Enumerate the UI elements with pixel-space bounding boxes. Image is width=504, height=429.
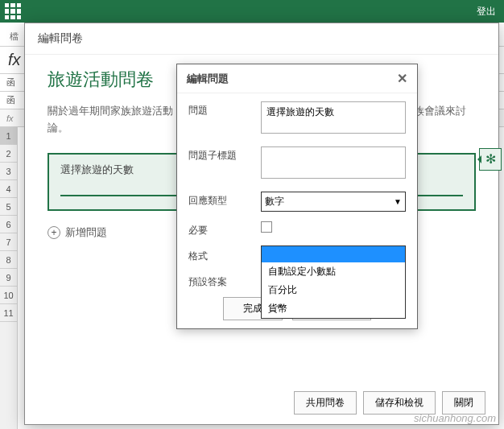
edit-question-title: 編輯問題 — [187, 72, 229, 86]
row-header[interactable]: 1 — [0, 127, 17, 145]
edit-survey-modal: 編輯問卷 旅遊活動問卷 關於過年期間家族旅遊活動，請大家選擇適當的可以配合的行程… — [24, 23, 499, 425]
logout-link[interactable]: 登出 — [477, 5, 499, 19]
row-header[interactable]: 9 — [0, 269, 17, 287]
survey-modal-title: 編輯問卷 — [25, 23, 498, 55]
ribbon-tab[interactable]: 檔 — [5, 27, 23, 46]
add-question-label: 新增問題 — [65, 225, 107, 240]
field-label-required: 必要 — [188, 221, 261, 237]
row-header[interactable]: 6 — [0, 216, 17, 233]
row-header[interactable]: 3 — [0, 163, 17, 180]
share-survey-button[interactable]: 共用問卷 — [294, 391, 357, 415]
row-header[interactable]: 2 — [0, 145, 17, 163]
question-text-input[interactable] — [261, 101, 406, 134]
survey-footer: 共用問卷 儲存和檢視 關閉 — [294, 391, 485, 415]
close-button[interactable]: 關閉 — [442, 391, 485, 415]
apps-launcher-icon[interactable] — [5, 3, 21, 19]
field-label-question: 問題 — [188, 101, 261, 118]
app-top-bar: 登出 — [0, 0, 504, 23]
required-checkbox[interactable] — [261, 221, 272, 233]
response-type-select[interactable]: 數字▼ — [261, 192, 406, 212]
row-header[interactable]: 5 — [0, 198, 17, 216]
format-dropdown-selected-row[interactable] — [262, 246, 405, 262]
format-option[interactable]: 自動設定小數點 — [262, 262, 405, 281]
row-header[interactable]: 8 — [0, 251, 17, 269]
edit-question-header: 編輯問題 ✕ — [177, 64, 417, 93]
row-header[interactable]: 4 — [0, 180, 17, 198]
field-label-default: 預設答案 — [188, 273, 261, 289]
response-type-value: 數字 — [265, 195, 284, 208]
row-header[interactable]: 11 — [0, 304, 17, 322]
plus-icon: + — [48, 226, 60, 239]
edit-question-modal: 編輯問題 ✕ 問題 問題子標題 回應類型 數字▼ 必要 — [176, 64, 418, 329]
func-label2: 函 — [6, 94, 15, 106]
format-option[interactable]: 貨幣 — [262, 299, 405, 318]
field-label-subtitle: 問題子標題 — [188, 146, 261, 163]
fx-symbol: fx — [6, 113, 14, 123]
close-icon[interactable]: ✕ — [397, 71, 407, 86]
row-header[interactable]: 10 — [0, 287, 17, 304]
gear-icon[interactable]: ✻ — [479, 148, 502, 171]
func-label: 函 — [6, 76, 15, 89]
field-label-format: 格式 — [188, 247, 261, 263]
field-label-response-type: 回應類型 — [188, 192, 261, 208]
save-view-button[interactable]: 儲存和檢視 — [363, 391, 436, 415]
format-dropdown-list: 自動設定小數點 百分比 貨幣 — [261, 245, 406, 319]
format-option[interactable]: 百分比 — [262, 281, 405, 299]
chevron-down-icon: ▼ — [394, 197, 402, 206]
row-headers: 1 2 3 4 5 6 7 8 9 10 11 — [0, 127, 18, 429]
row-header[interactable]: 7 — [0, 233, 17, 251]
subtitle-input[interactable] — [261, 146, 406, 179]
